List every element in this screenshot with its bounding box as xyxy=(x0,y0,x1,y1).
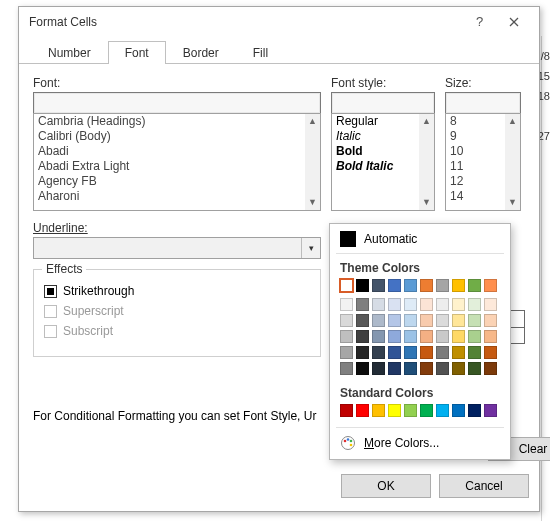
list-item[interactable]: Cambria (Headings) xyxy=(34,114,305,129)
fontstyle-input[interactable] xyxy=(331,92,435,114)
color-swatch[interactable] xyxy=(436,362,449,375)
color-swatch[interactable] xyxy=(340,330,353,343)
color-swatch[interactable] xyxy=(436,404,449,417)
list-item[interactable]: 11 xyxy=(446,159,505,174)
color-swatch[interactable] xyxy=(468,346,481,359)
color-swatch[interactable] xyxy=(340,314,353,327)
color-swatch[interactable] xyxy=(356,330,369,343)
scrollbar[interactable]: ▲ ▼ xyxy=(305,114,320,210)
color-swatch[interactable] xyxy=(372,298,385,311)
color-swatch[interactable] xyxy=(372,362,385,375)
color-swatch[interactable] xyxy=(452,346,465,359)
color-swatch[interactable] xyxy=(452,362,465,375)
color-swatch[interactable] xyxy=(356,279,369,292)
color-swatch[interactable] xyxy=(484,362,497,375)
color-swatch[interactable] xyxy=(356,346,369,359)
strikethrough-checkbox[interactable] xyxy=(44,285,57,298)
color-swatch[interactable] xyxy=(356,298,369,311)
size-listbox[interactable]: 8910111214 ▲ ▼ xyxy=(445,113,521,211)
color-swatch[interactable] xyxy=(404,314,417,327)
color-swatch[interactable] xyxy=(420,279,433,292)
scroll-up-icon[interactable]: ▲ xyxy=(419,114,434,129)
list-item[interactable]: 14 xyxy=(446,189,505,204)
color-swatch[interactable] xyxy=(452,314,465,327)
fontstyle-listbox[interactable]: RegularItalicBoldBold Italic ▲ ▼ xyxy=(331,113,435,211)
font-listbox[interactable]: Cambria (Headings)Calibri (Body)AbadiAba… xyxy=(33,113,321,211)
color-swatch[interactable] xyxy=(436,279,449,292)
help-button[interactable]: ? xyxy=(463,10,497,34)
color-swatch[interactable] xyxy=(388,404,401,417)
underline-combo[interactable]: ▾ xyxy=(33,237,321,259)
color-swatch[interactable] xyxy=(436,330,449,343)
tab-border[interactable]: Border xyxy=(166,41,236,64)
color-swatch[interactable] xyxy=(420,404,433,417)
list-item[interactable]: Abadi xyxy=(34,144,305,159)
color-swatch[interactable] xyxy=(372,314,385,327)
more-colors-option[interactable]: More Colors... xyxy=(330,431,510,457)
color-swatch[interactable] xyxy=(484,314,497,327)
size-input[interactable] xyxy=(445,92,521,114)
color-swatch[interactable] xyxy=(484,404,497,417)
color-swatch[interactable] xyxy=(404,404,417,417)
color-swatch[interactable] xyxy=(420,298,433,311)
color-swatch[interactable] xyxy=(420,330,433,343)
color-swatch[interactable] xyxy=(468,314,481,327)
color-swatch[interactable] xyxy=(372,404,385,417)
color-swatch[interactable] xyxy=(340,279,353,292)
color-swatch[interactable] xyxy=(484,330,497,343)
list-item[interactable]: Bold Italic xyxy=(332,159,419,174)
list-item[interactable]: Abadi Extra Light xyxy=(34,159,305,174)
color-swatch[interactable] xyxy=(420,362,433,375)
color-swatch[interactable] xyxy=(484,279,497,292)
tab-font[interactable]: Font xyxy=(108,41,166,64)
scroll-up-icon[interactable]: ▲ xyxy=(305,114,320,129)
color-swatch[interactable] xyxy=(388,279,401,292)
color-swatch[interactable] xyxy=(404,362,417,375)
list-item[interactable]: Regular xyxy=(332,114,419,129)
list-item[interactable]: Aharoni xyxy=(34,189,305,204)
scroll-up-icon[interactable]: ▲ xyxy=(505,114,520,129)
color-swatch[interactable] xyxy=(452,279,465,292)
color-swatch[interactable] xyxy=(420,346,433,359)
ok-button[interactable]: OK xyxy=(341,474,431,498)
scrollbar[interactable]: ▲ ▼ xyxy=(505,114,520,210)
color-swatch[interactable] xyxy=(436,346,449,359)
color-swatch[interactable] xyxy=(452,298,465,311)
scrollbar[interactable]: ▲ ▼ xyxy=(419,114,434,210)
color-swatch[interactable] xyxy=(356,404,369,417)
chevron-down-icon[interactable]: ▾ xyxy=(301,238,320,258)
color-swatch[interactable] xyxy=(340,404,353,417)
color-swatch[interactable] xyxy=(436,314,449,327)
scroll-down-icon[interactable]: ▼ xyxy=(505,195,520,210)
color-swatch[interactable] xyxy=(388,330,401,343)
color-swatch[interactable] xyxy=(404,330,417,343)
list-item[interactable]: Agency FB xyxy=(34,174,305,189)
color-swatch[interactable] xyxy=(372,279,385,292)
list-item[interactable]: 8 xyxy=(446,114,505,129)
color-swatch[interactable] xyxy=(484,298,497,311)
color-swatch[interactable] xyxy=(468,404,481,417)
color-swatch[interactable] xyxy=(420,314,433,327)
color-swatch[interactable] xyxy=(356,362,369,375)
scroll-down-icon[interactable]: ▼ xyxy=(419,195,434,210)
color-swatch[interactable] xyxy=(388,314,401,327)
color-swatch[interactable] xyxy=(340,298,353,311)
color-swatch[interactable] xyxy=(372,330,385,343)
color-swatch[interactable] xyxy=(372,346,385,359)
color-swatch[interactable] xyxy=(404,279,417,292)
cancel-button[interactable]: Cancel xyxy=(439,474,529,498)
close-button[interactable] xyxy=(497,10,531,34)
color-swatch[interactable] xyxy=(436,298,449,311)
color-swatch[interactable] xyxy=(388,362,401,375)
font-input[interactable] xyxy=(33,92,321,114)
tab-number[interactable]: Number xyxy=(31,41,108,64)
color-swatch[interactable] xyxy=(340,362,353,375)
list-item[interactable]: Bold xyxy=(332,144,419,159)
color-swatch[interactable] xyxy=(468,362,481,375)
list-item[interactable]: 9 xyxy=(446,129,505,144)
scroll-down-icon[interactable]: ▼ xyxy=(305,195,320,210)
color-swatch[interactable] xyxy=(452,330,465,343)
automatic-option[interactable]: Automatic xyxy=(330,228,510,250)
color-swatch[interactable] xyxy=(484,346,497,359)
list-item[interactable]: 12 xyxy=(446,174,505,189)
